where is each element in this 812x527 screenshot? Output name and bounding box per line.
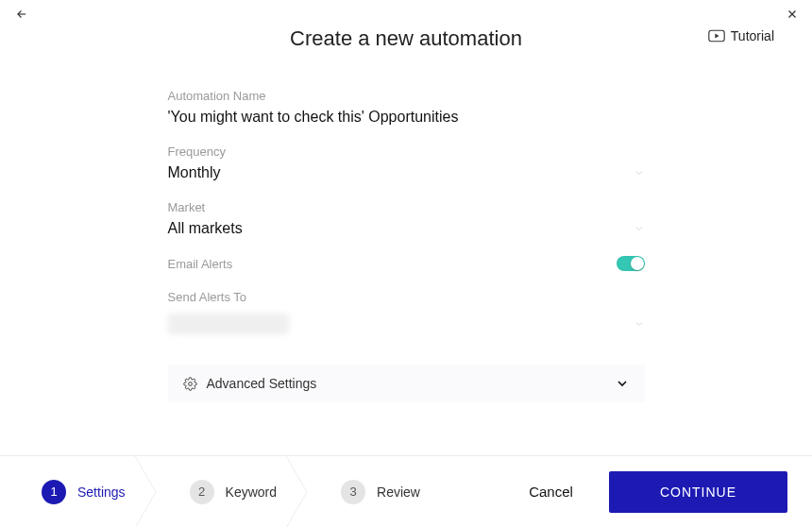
step-review[interactable]: 3 Review [303,456,447,527]
advanced-settings-label: Advanced Settings [207,376,317,391]
chevron-down-icon [634,167,645,178]
market-label: Market [168,200,645,214]
frequency-value: Monthly [168,164,221,181]
advanced-settings-toggle[interactable]: Advanced Settings [168,365,645,402]
market-field: Market All markets [168,200,645,237]
page-title: Create a new automation [11,9,801,51]
step-settings[interactable]: 1 Settings [0,456,152,527]
email-alerts-label: Email Alerts [168,257,233,271]
chevron-down-icon [634,318,645,330]
send-alerts-select[interactable] [168,314,645,334]
send-alerts-label: Send Alerts To [168,290,645,304]
frequency-field: Frequency Monthly [168,144,645,181]
svg-point-1 [188,382,192,385]
close-button[interactable] [786,8,799,25]
market-select[interactable]: All markets [168,220,645,237]
step-number: 3 [341,480,365,504]
play-video-icon [708,29,725,42]
chevron-down-icon [634,223,645,234]
step-keyword[interactable]: 2 Keyword [152,456,303,527]
back-button[interactable] [15,8,28,25]
frequency-select[interactable]: Monthly [168,164,645,181]
tutorial-label: Tutorial [731,28,774,43]
automation-name-label: Automation Name [168,89,645,103]
automation-name-field: Automation Name 'You might want to check… [168,89,645,126]
step-label: Keyword [226,484,277,500]
arrow-left-icon [15,8,28,21]
recipient-chip [168,314,289,334]
step-number: 1 [42,480,66,504]
send-alerts-field: Send Alerts To [168,290,645,334]
continue-button[interactable]: CONTINUE [609,471,787,513]
chevron-down-icon [615,376,630,391]
automation-form: Automation Name 'You might want to check… [168,89,645,402]
market-value: All markets [168,220,243,237]
tutorial-link[interactable]: Tutorial [708,28,774,43]
close-icon [786,8,799,21]
step-label: Settings [77,484,126,500]
wizard-footer: 1 Settings 2 Keyword 3 Review Cancel CON… [0,455,812,527]
step-number: 2 [190,480,214,504]
step-label: Review [377,484,420,500]
gear-icon [183,377,197,391]
automation-name-value[interactable]: 'You might want to check this' Opportuni… [168,109,645,126]
cancel-button[interactable]: Cancel [529,484,573,500]
email-alerts-row: Email Alerts [168,256,645,271]
email-alerts-toggle[interactable] [617,256,645,271]
step-indicator: 1 Settings 2 Keyword 3 Review [0,456,447,527]
frequency-label: Frequency [168,144,645,159]
